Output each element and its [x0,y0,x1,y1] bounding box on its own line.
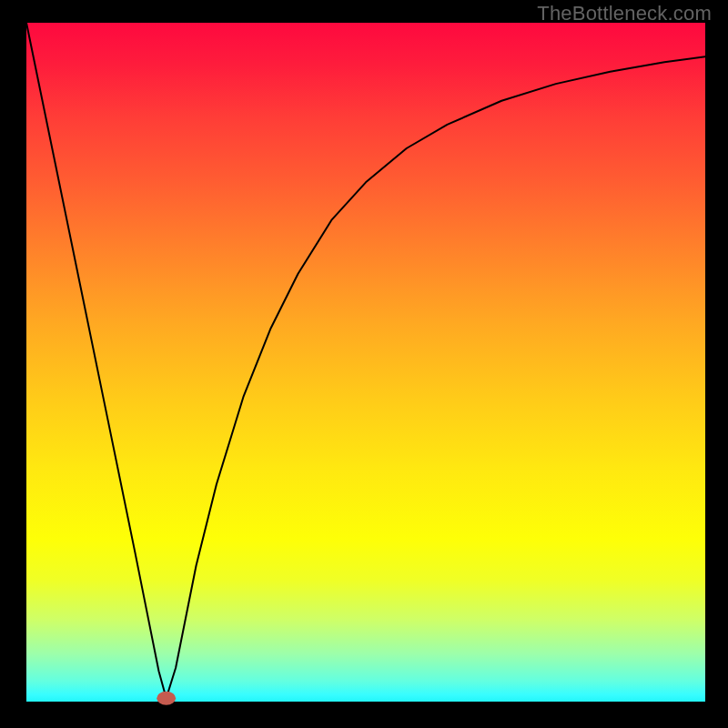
chart-frame: TheBottleneck.com [0,0,728,728]
minimum-marker [157,692,176,705]
plot-area [26,23,705,702]
watermark-text: TheBottleneck.com [537,2,712,25]
bottleneck-curve [26,23,705,698]
chart-svg [26,23,705,702]
